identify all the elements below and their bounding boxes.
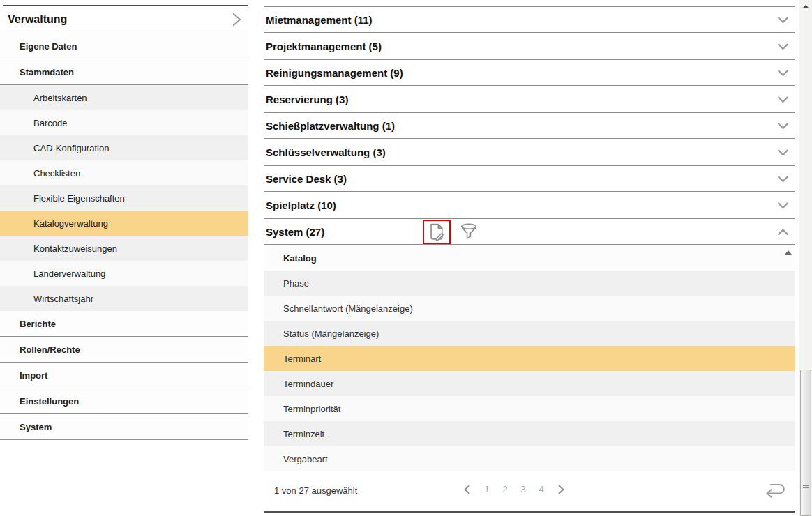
accordion-section-reservierung-3[interactable]: Reservierung (3) xyxy=(264,86,795,113)
page-number-1[interactable]: 1 xyxy=(478,484,496,494)
list-footer: 1 von 27 ausgewählt1234 xyxy=(264,471,795,513)
pagination-next-icon[interactable] xyxy=(557,485,565,494)
accordion-section-label: System (27) xyxy=(266,226,324,238)
annotation-red-box xyxy=(423,220,451,244)
sidebar-item-label: Stammdaten xyxy=(20,67,74,77)
list-item-vergabeart[interactable]: Vergabeart xyxy=(264,446,795,471)
system-catalog-list: KatalogPhaseSchnellantwort (Mängelanzeig… xyxy=(264,245,795,513)
sidebar: Verwaltung Eigene DatenStammdatenArbeits… xyxy=(0,0,248,440)
list-item-terminzeit[interactable]: Terminzeit xyxy=(264,421,795,446)
chevron-down-icon xyxy=(775,92,791,107)
sidebar-item-label: Einstellungen xyxy=(20,396,79,407)
selection-count-text: 1 von 27 ausgewählt xyxy=(274,485,357,496)
accordion-section-label: Mietmanagement (11) xyxy=(266,14,373,26)
list-item-label: Terminzeit xyxy=(283,429,324,439)
list-item-terminart[interactable]: Terminart xyxy=(264,346,795,371)
accordion-section-projektmanagement-5[interactable]: Projektmanagement (5) xyxy=(264,33,795,60)
accordion-panel: Mietmanagement (11)Projektmanagement (5)… xyxy=(264,0,795,513)
sidebar-item-stammdaten[interactable]: Stammdaten xyxy=(0,59,248,85)
scrollbar-grip-icon xyxy=(803,485,809,492)
sidebar-item-checklisten[interactable]: Checklisten xyxy=(0,160,248,185)
accordion-section-spielplatz-10[interactable]: Spielplatz (10) xyxy=(264,192,795,219)
sidebar-item-flexible-eigenschaften[interactable]: Flexible Eigenschaften xyxy=(0,185,248,211)
list-item-schnellantwort-m-ngelanzeige[interactable]: Schnellantwort (Mängelanzeige) xyxy=(264,296,795,321)
return-icon[interactable] xyxy=(762,481,787,499)
chevron-right-icon xyxy=(230,12,243,27)
page-number-3[interactable]: 3 xyxy=(514,484,532,494)
list-item-label: Schnellantwort (Mängelanzeige) xyxy=(283,303,413,314)
sidebar-item-label: Rollen/Rechte xyxy=(20,344,80,355)
accordion-section-schl-sselverwaltung-3[interactable]: Schlüsselverwaltung (3) xyxy=(264,139,795,166)
sidebar-item-arbeitskarten[interactable]: Arbeitskarten xyxy=(0,85,248,110)
sidebar-item-label: System xyxy=(20,422,52,432)
sidebar-item-rollen-rechte[interactable]: Rollen/Rechte xyxy=(0,337,248,363)
chevron-down-icon xyxy=(775,198,791,213)
sidebar-header[interactable]: Verwaltung xyxy=(0,6,248,33)
sidebar-item-kontaktzuweisungen[interactable]: Kontaktzuweisungen xyxy=(0,236,248,261)
accordion-section-reinigungsmanagement-9[interactable]: Reinigungsmanagement (9) xyxy=(264,60,795,86)
sidebar-item-label: Flexible Eigenschaften xyxy=(33,193,125,204)
accordion: Mietmanagement (11)Projektmanagement (5)… xyxy=(264,7,795,513)
chevron-down-icon xyxy=(775,145,791,160)
list-item-terminpriorit-t[interactable]: Terminpriorität xyxy=(264,396,795,421)
list-item-label: Vergabeart xyxy=(283,454,328,464)
sidebar-item-list: Eigene DatenStammdatenArbeitskartenBarco… xyxy=(0,33,248,440)
sidebar-item-eigene-daten[interactable]: Eigene Daten xyxy=(0,33,248,59)
accordion-section-label: Reinigungsmanagement (9) xyxy=(266,67,403,79)
list-scroll-up-icon[interactable] xyxy=(785,250,792,255)
sidebar-title: Verwaltung xyxy=(8,13,67,26)
scrollbar-thumb[interactable] xyxy=(800,370,811,516)
list-item-termindauer[interactable]: Termindauer xyxy=(264,371,795,396)
page-number-4[interactable]: 4 xyxy=(532,484,550,494)
accordion-section-label: Projektmanagement (5) xyxy=(266,40,382,52)
vertical-scrollbar[interactable] xyxy=(799,0,812,516)
list-item-label: Terminart xyxy=(283,354,321,364)
sidebar-item-label: Import xyxy=(20,370,47,381)
page-number-2[interactable]: 2 xyxy=(496,484,514,494)
sidebar-item-import[interactable]: Import xyxy=(0,363,248,388)
sidebar-item-label: Checklisten xyxy=(33,168,80,179)
list-header-katalog: Katalog xyxy=(264,245,795,271)
sidebar-item-label: Barcode xyxy=(33,118,67,128)
accordion-section-label: Service Desk (3) xyxy=(266,173,347,185)
list-item-label: Terminpriorität xyxy=(283,404,340,414)
chevron-down-icon xyxy=(775,39,791,54)
accordion-section-service-desk-3[interactable]: Service Desk (3) xyxy=(264,166,795,192)
sidebar-item-label: Arbeitskarten xyxy=(33,93,87,103)
accordion-section-label: Schlüsselverwaltung (3) xyxy=(266,146,386,158)
chevron-down-icon xyxy=(775,66,791,81)
sidebar-item-katalogverwaltung[interactable]: Katalogverwaltung xyxy=(0,211,248,236)
accordion-section-label: Spielplatz (10) xyxy=(266,199,336,211)
sidebar-item-label: Berichte xyxy=(20,319,56,329)
sidebar-item-label: Kontaktzuweisungen xyxy=(33,243,117,254)
scrollbar-up-arrow-icon[interactable] xyxy=(799,3,812,12)
filter-icon[interactable] xyxy=(459,222,479,241)
sidebar-item-system[interactable]: System xyxy=(0,414,248,440)
sidebar-item-berichte[interactable]: Berichte xyxy=(0,311,248,337)
list-item-status-m-ngelanzeige[interactable]: Status (Mängelanzeige) xyxy=(264,321,795,346)
sidebar-item-label: Katalogverwaltung xyxy=(33,218,108,229)
list-item-label: Katalog xyxy=(283,253,317,264)
accordion-section-label: Schießplatzverwaltung (1) xyxy=(266,120,395,132)
accordion-section-schie-platzverwaltung-1[interactable]: Schießplatzverwaltung (1) xyxy=(264,113,795,139)
list-item-label: Status (Mängelanzeige) xyxy=(283,328,379,339)
sidebar-item-cad-konfiguration[interactable]: CAD-Konfiguration xyxy=(0,135,248,160)
pagination: 1234 xyxy=(456,484,572,494)
chevron-down-icon xyxy=(775,172,791,187)
sidebar-item-barcode[interactable]: Barcode xyxy=(0,110,248,135)
list-item-label: Phase xyxy=(283,278,309,289)
list-item-phase[interactable]: Phase xyxy=(264,271,795,296)
sidebar-item-label: Eigene Daten xyxy=(20,41,77,52)
chevron-up-icon xyxy=(775,225,791,240)
sidebar-item-l-nderverwaltung[interactable]: Länderverwaltung xyxy=(0,261,248,286)
new-document-edit-icon[interactable] xyxy=(428,222,446,241)
pagination-prev-icon[interactable] xyxy=(463,485,471,494)
sidebar-item-einstellungen[interactable]: Einstellungen xyxy=(0,388,248,414)
list-item-label: Termindauer xyxy=(283,379,333,389)
sidebar-item-wirtschaftsjahr[interactable]: Wirtschaftsjahr xyxy=(0,286,248,311)
accordion-section-label: Reservierung (3) xyxy=(266,93,348,105)
accordion-section-mietmanagement-11[interactable]: Mietmanagement (11) xyxy=(264,7,795,33)
sidebar-item-label: Länderverwaltung xyxy=(33,268,105,279)
accordion-section-system-27[interactable]: System (27) xyxy=(264,219,795,245)
chevron-down-icon xyxy=(775,119,791,134)
